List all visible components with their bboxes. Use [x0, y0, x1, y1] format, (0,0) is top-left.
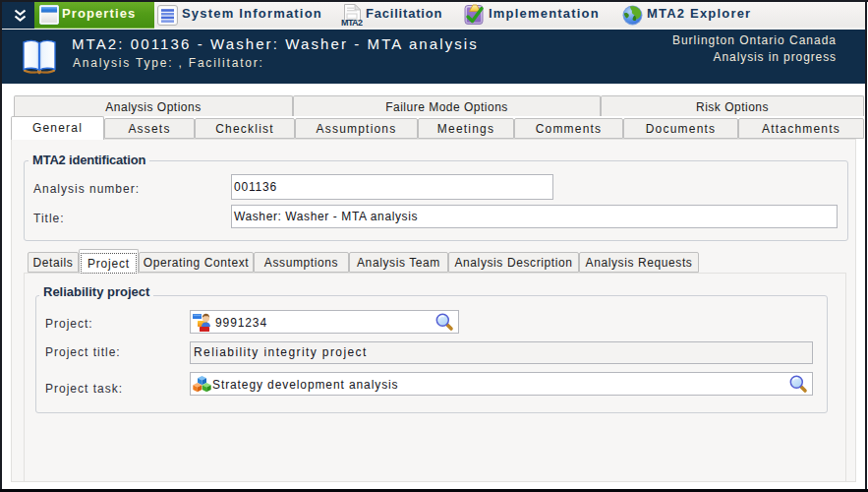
svg-text:MTA2: MTA2 — [341, 18, 363, 27]
